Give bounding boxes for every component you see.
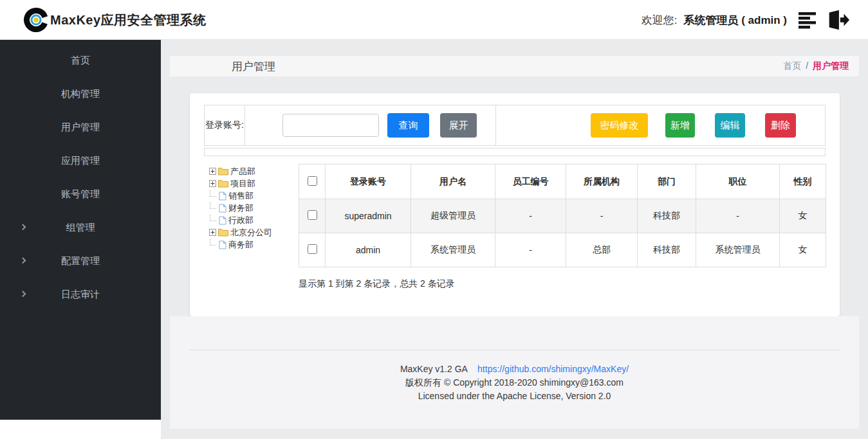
column-header: 用户名 <box>411 165 495 199</box>
login-account-label: 登录账号: <box>205 105 245 145</box>
sidebar-item-label: 应用管理 <box>61 155 100 166</box>
app-title: MaxKey应用安全管理系统 <box>50 0 207 40</box>
tree-node: 行政部 <box>209 214 296 226</box>
sidebar-item-home[interactable]: 首页 <box>0 44 161 77</box>
sidebar-item-org-management[interactable]: 机构管理 <box>0 77 161 111</box>
footer: MaxKey v1.2 GA https://github.com/shimin… <box>170 316 859 429</box>
tree-node-label[interactable]: 财务部 <box>228 202 254 214</box>
record-count: 显示第 1 到第 2 条记录，总共 2 条记录 <box>299 278 455 290</box>
file-icon <box>219 192 226 201</box>
sidebar-item-config-management[interactable]: 配置管理 <box>0 244 161 278</box>
column-header: 职位 <box>696 165 780 199</box>
select-all-checkbox[interactable] <box>308 176 317 186</box>
sidebar-item-label: 配置管理 <box>61 255 100 266</box>
tree-node: 项目部 <box>209 177 296 190</box>
expand-button[interactable]: 展开 <box>440 113 477 138</box>
table-cell: 超级管理员 <box>411 199 495 233</box>
table-cell: 科技部 <box>638 199 696 233</box>
edit-button[interactable]: 编辑 <box>715 113 745 138</box>
action-buttons: 密码修改 新增 编辑 删除 <box>496 105 825 145</box>
breadcrumb-home[interactable]: 首页 <box>783 60 801 71</box>
login-account-input[interactable] <box>282 114 379 137</box>
chevron-right-icon <box>20 224 26 230</box>
chevron-right-icon <box>20 257 26 264</box>
table-cell: 科技部 <box>638 233 696 267</box>
sidebar-item-label: 机构管理 <box>61 88 100 99</box>
tree-connector <box>210 202 216 209</box>
org-tree: 产品部 项目部 销售部 <box>209 165 296 251</box>
table-cell: - <box>696 199 780 233</box>
tree-node-label[interactable]: 行政部 <box>228 215 254 226</box>
sidebar-item-user-management[interactable]: 用户管理 <box>0 111 161 144</box>
table-cell: - <box>495 199 566 233</box>
tree-expand-icon[interactable] <box>209 180 216 187</box>
sidebar-item-group-management[interactable]: 组管理 <box>0 211 161 244</box>
logout-icon[interactable] <box>826 10 850 30</box>
table-cell: 女 <box>780 233 826 267</box>
delete-button[interactable]: 删除 <box>765 113 796 138</box>
tree-expand-icon[interactable] <box>209 229 216 236</box>
sidebar-item-log-audit[interactable]: 日志审计 <box>0 278 161 311</box>
page-title: 用户管理 <box>232 59 275 74</box>
list-menu-icon[interactable] <box>799 11 819 29</box>
tree-node: 北京分公司 <box>209 226 296 238</box>
search-controls: 查询 展开 <box>245 105 496 145</box>
tree-connector <box>210 215 216 221</box>
column-header: 性别 <box>780 165 826 199</box>
table-cell: - <box>566 199 638 233</box>
tree-expand-icon[interactable] <box>209 168 216 175</box>
row-select-cell <box>299 199 326 233</box>
tree-node-label[interactable]: 项目部 <box>230 178 255 190</box>
table-cell: 女 <box>780 199 826 233</box>
maxkey-logo-icon <box>23 7 49 33</box>
tree-connector <box>210 239 216 246</box>
collapsed-search-row <box>204 148 826 156</box>
sidebar-item-label: 组管理 <box>66 222 95 233</box>
file-icon <box>219 204 226 213</box>
footer-license: Licensed under the Apache License, Versi… <box>170 390 859 403</box>
change-password-button[interactable]: 密码修改 <box>591 113 648 138</box>
tree-connector <box>210 190 216 197</box>
sidebar-item-app-management[interactable]: 应用管理 <box>0 144 161 177</box>
sidebar-item-label: 用户管理 <box>61 121 100 132</box>
sidebar-item-label: 日志审计 <box>61 289 100 300</box>
sidebar-item-label: 账号管理 <box>61 188 100 199</box>
top-header: MaxKey应用安全管理系统 欢迎您: 系统管理员 ( admin ) <box>0 0 868 40</box>
row-checkbox[interactable] <box>308 244 317 254</box>
column-header: 员工编号 <box>495 165 566 199</box>
content-area: 用户管理 首页 / 用户管理 登录账号: 查询 展开 密码修改 新增 编辑 删除 <box>161 40 868 439</box>
footer-divider <box>190 350 840 350</box>
footer-version-line: MaxKey v1.2 GA https://github.com/shimin… <box>170 363 859 376</box>
file-icon <box>219 240 226 249</box>
breadcrumb-current: 用户管理 <box>813 60 849 71</box>
column-header: 部门 <box>638 165 696 199</box>
query-button[interactable]: 查询 <box>387 113 429 138</box>
tree-node-label[interactable]: 产品部 <box>230 166 255 177</box>
sidebar-item-account-management[interactable]: 账号管理 <box>0 177 161 211</box>
table-cell: admin <box>326 233 411 267</box>
add-button[interactable]: 新增 <box>665 113 695 138</box>
github-link[interactable]: https://github.com/shimingxy/MaxKey/ <box>477 364 629 374</box>
row-checkbox[interactable] <box>308 210 317 220</box>
tree-node-label[interactable]: 北京分公司 <box>230 227 272 238</box>
breadcrumb-separator: / <box>806 60 808 71</box>
table-cell: 系统管理员 <box>411 233 495 267</box>
row-select-cell <box>299 233 326 267</box>
column-header: 登录账号 <box>326 165 411 199</box>
main-card: 登录账号: 查询 展开 密码修改 新增 编辑 删除 <box>190 93 840 316</box>
table-cell: superadmin <box>326 199 411 233</box>
tree-node-label[interactable]: 商务部 <box>228 239 254 251</box>
current-user: 系统管理员 ( admin ) <box>683 13 787 28</box>
user-table: 登录账号 用户名 员工编号 所属机构 部门 职位 性别 superadmin 超… <box>299 164 826 267</box>
table-row[interactable]: superadmin 超级管理员 - - 科技部 - 女 <box>299 199 826 233</box>
breadcrumb: 首页 / 用户管理 <box>783 60 849 72</box>
welcome-label: 欢迎您: <box>642 13 678 28</box>
table-row[interactable]: admin 系统管理员 - 总部 科技部 系统管理员 女 <box>299 233 826 267</box>
table-cell: 总部 <box>566 233 638 267</box>
folder-icon <box>218 228 228 237</box>
sidebar-item-label: 首页 <box>71 55 90 66</box>
table-header-row: 登录账号 用户名 员工编号 所属机构 部门 职位 性别 <box>299 165 826 199</box>
column-header: 所属机构 <box>566 165 638 199</box>
page-title-bar: 用户管理 首页 / 用户管理 <box>170 56 859 76</box>
tree-node-label[interactable]: 销售部 <box>228 190 254 202</box>
